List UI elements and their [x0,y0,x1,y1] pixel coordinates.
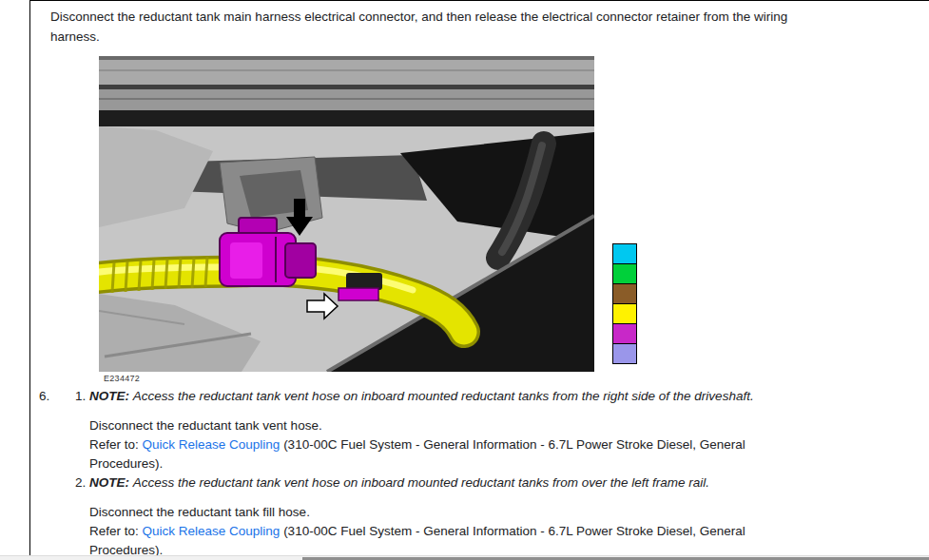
color-legend [612,243,637,364]
substep-1: 1. NOTE: Access the reductant tank vent … [75,387,798,473]
quick-release-coupling-link[interactable]: Quick Release Coupling [143,437,281,452]
substep-number: 1. [75,387,89,473]
figure-illustration [99,56,594,372]
instruction-text: Disconnect the reductant tank fill hose. [89,503,798,522]
note: NOTE: Access the reductant tank vent hos… [89,473,798,492]
figure: E234472 [99,56,594,372]
legend-swatch-yellow [612,303,637,324]
connector-retainer [339,288,378,300]
substep-2: 2. NOTE: Access the reductant tank vent … [75,473,798,560]
note-text: Access the reductant tank vent hose on i… [133,475,709,490]
substep-list: 1. NOTE: Access the reductant tank vent … [75,387,798,560]
horizontal-scrollbar[interactable] [0,555,929,560]
legend-swatch-green [612,263,637,284]
content-frame: Disconnect the reductant tank main harne… [29,0,929,555]
note-label: NOTE: [89,475,129,490]
intro-paragraph: Disconnect the reductant tank main harne… [50,7,832,47]
legend-swatch-lavender [612,343,637,364]
reference-line: Refer to: Quick Release Coupling (310-00… [89,435,798,473]
substep-body: NOTE: Access the reductant tank vent hos… [89,387,798,473]
legend-swatch-magenta [612,323,637,344]
figure-label: E234472 [104,374,140,383]
quick-release-coupling-link[interactable]: Quick Release Coupling [143,524,281,538]
legend-swatch-brown [612,283,637,304]
procedure-steps: 6. 1. NOTE: Access the reductant tank ve… [39,387,798,560]
substep-number: 2. [75,473,89,560]
note: NOTE: Access the reductant tank vent hos… [89,387,798,406]
refer-prefix: Refer to: [89,437,143,452]
instruction-text: Disconnect the reductant tank vent hose. [89,416,798,435]
refer-prefix: Refer to: [89,524,143,538]
step-number: 6. [39,387,75,560]
note-text: Access the reductant tank vent hose on i… [133,389,754,403]
substep-body: NOTE: Access the reductant tank vent hos… [89,473,798,560]
note-label: NOTE: [89,389,129,403]
reference-line: Refer to: Quick Release Coupling (310-00… [89,522,798,560]
legend-swatch-cyan [612,243,637,264]
